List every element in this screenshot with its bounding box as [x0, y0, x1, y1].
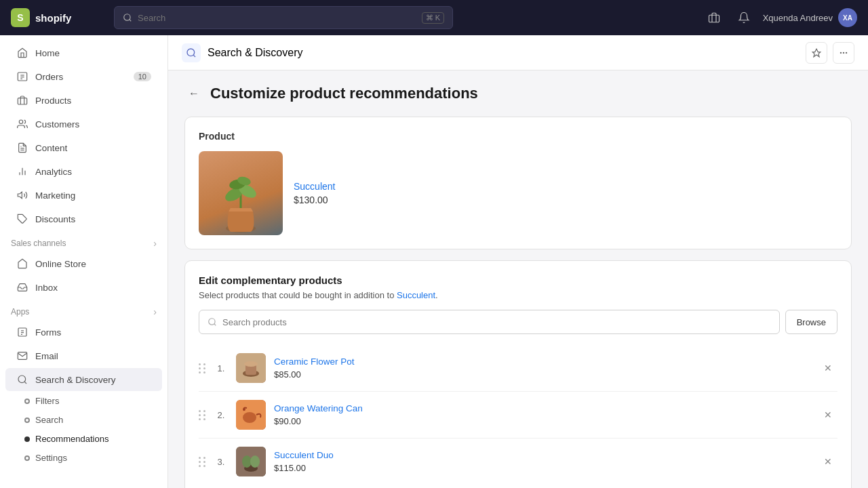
global-search-input[interactable]	[138, 13, 416, 23]
rec-name-1[interactable]: Ceramic Flower Pot	[274, 357, 810, 367]
customers-icon	[16, 118, 28, 130]
product-price: $130.00	[294, 195, 335, 205]
svg-point-39	[243, 412, 256, 423]
sidebar-item-products[interactable]: Products	[5, 89, 162, 112]
sidebar-item-search-discovery[interactable]: Search & Discovery	[5, 368, 162, 391]
svg-point-0	[124, 14, 130, 20]
app-header-right	[806, 42, 854, 64]
user-name: Xquenda Andreev	[763, 13, 833, 23]
product-image	[199, 151, 283, 235]
sidebar-sub-recommendations[interactable]: Recommendations	[24, 430, 162, 448]
edit-section-title: Edit complementary products	[199, 274, 837, 286]
svg-rect-2	[709, 15, 719, 22]
svg-line-33	[214, 324, 216, 326]
page-title-row: ← Customize product recommendations	[184, 84, 852, 103]
sidebar-item-analytics[interactable]: Analytics	[5, 160, 162, 183]
edit-desc-prefix: Select products that could be bought in …	[199, 290, 397, 300]
apps-chevron[interactable]: ›	[153, 306, 157, 317]
search-products-input[interactable]	[222, 317, 771, 327]
topbar: S shopify ⌘ K Xquenda Andreev XA	[0, 0, 868, 35]
svg-rect-15	[18, 328, 26, 336]
rec-remove-2[interactable]: ✕	[818, 405, 837, 424]
rec-image-1	[236, 353, 266, 383]
sidebar-sub-settings-label: Settings	[35, 453, 67, 463]
search-discovery-subnav: Filters Search Recommendations Settings	[0, 392, 167, 467]
sidebar-item-email[interactable]: Email	[5, 344, 162, 367]
sidebar-item-marketing-label: Marketing	[35, 190, 75, 201]
user-menu[interactable]: Xquenda Andreev XA	[763, 8, 857, 27]
home-icon	[16, 47, 28, 59]
sidebar-item-home[interactable]: Home	[5, 41, 162, 64]
search-products-row: Browse	[199, 310, 837, 334]
rec-item-2: 2. Orange Watering Can $90.00 ✕	[199, 392, 837, 439]
drag-handle-3[interactable]	[199, 457, 206, 467]
sidebar-sub-search[interactable]: Search	[24, 411, 162, 429]
sidebar-item-discounts-label: Discounts	[35, 214, 75, 224]
rec-price-2: $90.00	[274, 416, 301, 426]
svg-point-44	[250, 455, 260, 468]
sidebar-item-online-store[interactable]: Online Store	[5, 252, 162, 275]
sidebar-item-search-discovery-label: Search & Discovery	[35, 375, 116, 385]
sidebar-item-forms[interactable]: Forms	[5, 321, 162, 344]
main-layout: Home Orders 10 Products Customers	[0, 35, 868, 488]
rec-remove-3[interactable]: ✕	[818, 452, 837, 471]
svg-point-19	[18, 375, 26, 383]
back-button[interactable]: ←	[184, 84, 203, 103]
more-options-btn[interactable]	[833, 42, 854, 64]
sidebar-item-marketing[interactable]: Marketing	[5, 184, 162, 207]
sidebar-item-content[interactable]: Content	[5, 136, 162, 159]
sidebar-item-discounts[interactable]: Discounts	[5, 207, 162, 230]
content-icon	[16, 142, 28, 154]
apps-section: Apps ›	[0, 300, 167, 320]
rec-image-3	[236, 447, 266, 476]
sales-channels-chevron[interactable]: ›	[153, 238, 157, 249]
product-display: Succulent $130.00	[199, 151, 837, 235]
inbox-icon	[16, 281, 28, 293]
svg-point-7	[19, 120, 22, 123]
sidebar-sub-recommendations-label: Recommendations	[35, 434, 108, 444]
sidebar-item-inbox[interactable]: Inbox	[5, 276, 162, 299]
sidebar-sub-filters[interactable]: Filters	[24, 392, 162, 410]
rec-num-1: 1.	[214, 363, 228, 373]
rec-details-1: Ceramic Flower Pot $85.00	[274, 357, 810, 380]
products-icon	[16, 94, 28, 106]
bell-icon-btn[interactable]	[733, 7, 755, 28]
search-products-input-wrapper[interactable]	[199, 310, 780, 334]
browse-button[interactable]: Browse	[785, 310, 837, 334]
pin-icon-btn[interactable]	[806, 42, 827, 64]
product-name-link[interactable]: Succulent	[294, 181, 335, 192]
app-header: Search & Discovery	[168, 35, 868, 70]
sidebar-sub-filters-label: Filters	[35, 396, 59, 406]
search-icon	[123, 13, 132, 22]
svg-point-25	[846, 52, 847, 53]
drag-handle-2[interactable]	[199, 410, 206, 420]
store-icon-btn[interactable]	[703, 7, 725, 28]
drag-handle-1[interactable]	[199, 363, 206, 373]
svg-point-37	[244, 361, 258, 367]
global-search-bar[interactable]: ⌘ K	[114, 6, 453, 29]
sales-channels-section: Sales channels ›	[0, 231, 167, 251]
rec-image-2	[236, 400, 266, 430]
topbar-right: Xquenda Andreev XA	[703, 7, 857, 28]
settings-dot	[24, 455, 30, 461]
discounts-icon	[16, 213, 28, 225]
sidebar-item-orders[interactable]: Orders 10	[5, 65, 162, 88]
page-content: ← Customize product recommendations Prod…	[168, 70, 868, 488]
recommendations-list: 1. Ceramic Flower Pot $85.00 ✕	[199, 345, 837, 485]
svg-point-21	[187, 49, 195, 56]
sidebar-sub-settings[interactable]: Settings	[24, 449, 162, 467]
rec-name-3[interactable]: Succulent Duo	[274, 450, 810, 460]
svg-point-43	[242, 455, 252, 468]
sidebar-item-customers[interactable]: Customers	[5, 113, 162, 136]
search-shortcut: ⌘ K	[422, 12, 444, 24]
shopify-logo-icon: S	[11, 8, 30, 27]
sidebar-item-orders-label: Orders	[35, 72, 63, 82]
edit-desc-link[interactable]: Succulent	[397, 290, 435, 300]
marketing-icon	[16, 189, 28, 201]
rec-remove-1[interactable]: ✕	[818, 359, 837, 378]
svg-line-22	[193, 55, 195, 57]
rec-name-2[interactable]: Orange Watering Can	[274, 403, 810, 413]
shopify-logo-text: shopify	[35, 12, 71, 24]
app-header-left: Search & Discovery	[182, 43, 303, 62]
search-dot	[24, 418, 30, 423]
